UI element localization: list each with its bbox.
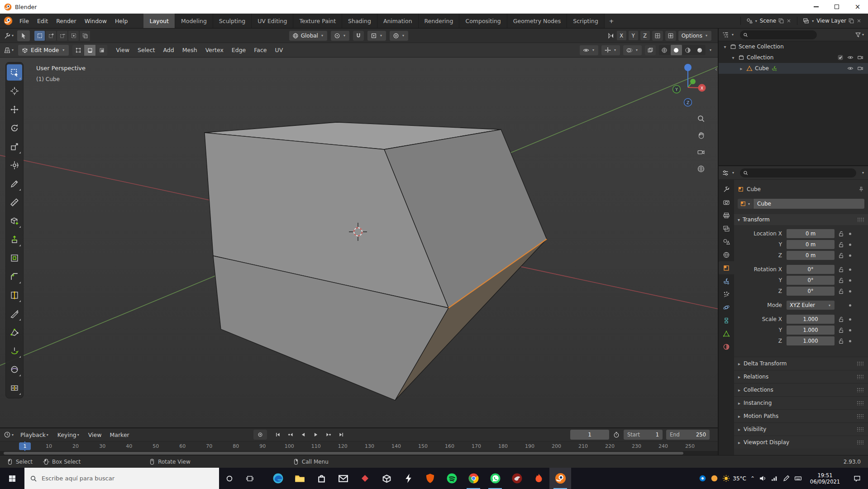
tab-geometry-nodes[interactable]: Geometry Nodes	[507, 14, 567, 28]
section-grip[interactable]	[857, 414, 864, 418]
section-grip[interactable]	[857, 374, 864, 379]
section-instancing[interactable]: ▸Instancing	[734, 396, 868, 409]
snap-grid-button[interactable]	[652, 31, 663, 41]
keyframe-dot[interactable]	[849, 340, 851, 342]
section-motion-paths[interactable]: ▸Motion Paths	[734, 409, 868, 422]
section-collections[interactable]: ▸Collections	[734, 383, 868, 396]
keyboard-icon[interactable]	[794, 475, 802, 482]
taskbar-red-bird-app[interactable]	[506, 468, 528, 489]
tool-cursor[interactable]	[7, 83, 22, 99]
keyframe-dot[interactable]	[849, 304, 851, 307]
properties-search-input[interactable]	[750, 170, 853, 176]
lock-icon[interactable]	[838, 277, 844, 284]
keyframe-dot[interactable]	[849, 233, 851, 235]
current-frame-field[interactable]: 1	[570, 430, 609, 440]
tool-editor-icon[interactable]	[4, 32, 11, 39]
transform-panel-header[interactable]: ▾ Transform	[734, 214, 868, 225]
pan-button[interactable]	[695, 129, 707, 141]
tab-texture-paint[interactable]: Texture Paint	[293, 14, 342, 28]
cortana-button[interactable]	[219, 468, 239, 489]
pivot-dropdown[interactable]: ▾	[331, 31, 349, 41]
menu-window[interactable]: Window	[81, 14, 111, 28]
tool-rotate[interactable]	[7, 120, 22, 136]
disclosure-arrow[interactable]: ▾	[730, 55, 736, 60]
tool-scale[interactable]	[7, 139, 22, 155]
tool-bevel[interactable]	[7, 268, 22, 285]
number-field[interactable]: 0 m	[787, 229, 835, 238]
keyframe-dot[interactable]	[849, 268, 851, 271]
properties-tab-particles[interactable]	[719, 288, 734, 301]
select-invert-button[interactable]	[68, 31, 79, 41]
tool-measure[interactable]	[7, 194, 22, 211]
shading-rendered-button[interactable]	[694, 45, 706, 55]
lock-icon[interactable]	[838, 316, 844, 323]
play-button[interactable]	[310, 430, 321, 440]
section-grip[interactable]	[857, 361, 864, 366]
timeline-scrollbar[interactable]	[0, 451, 718, 455]
options-dropdown[interactable]: Options▾	[678, 31, 711, 41]
viewport-menu-mesh[interactable]: Mesh	[178, 43, 201, 57]
edge-select-button[interactable]	[84, 45, 95, 56]
close-button[interactable]: ×	[847, 0, 868, 14]
tool-annotate[interactable]	[7, 176, 22, 192]
overlays-dropdown[interactable]: ▾	[623, 45, 642, 55]
section-delta-transform[interactable]: ▸Delta Transform	[734, 357, 868, 370]
shading-material-button[interactable]	[682, 45, 694, 55]
tab-modeling[interactable]: Modeling	[175, 14, 213, 28]
section-grip[interactable]	[857, 427, 864, 431]
viewport-editor-icon[interactable]	[4, 47, 11, 54]
properties-tab-physics[interactable]	[719, 301, 734, 314]
lock-icon[interactable]	[838, 241, 844, 248]
properties-tab-render[interactable]	[719, 196, 734, 209]
timeline-menu-marker[interactable]: Marker	[106, 428, 134, 441]
taskbar-search[interactable]: Escribe aquí para buscar	[24, 468, 219, 489]
timeline-ruler[interactable]: 1 10203040506070809010011012013014015016…	[0, 441, 718, 451]
taskbar-whatsapp[interactable]	[484, 468, 506, 489]
pin-icon[interactable]	[858, 186, 864, 192]
network-icon[interactable]	[771, 475, 778, 482]
taskbar-mail[interactable]	[332, 468, 354, 489]
properties-search[interactable]	[740, 168, 856, 177]
lock-icon[interactable]	[838, 327, 844, 334]
tool-extrude-region[interactable]	[7, 231, 22, 248]
tool-knife[interactable]	[7, 306, 22, 322]
navigation-gizmo[interactable]: X Y Z	[666, 61, 711, 111]
number-field[interactable]: 0 m	[787, 251, 835, 260]
active-tool-button[interactable]	[17, 30, 30, 41]
select-subtract-button[interactable]	[57, 31, 67, 41]
taskbar-shield-app[interactable]	[419, 468, 441, 489]
viewport-menu-add[interactable]: Add	[159, 43, 178, 57]
viewport-menu-face[interactable]: Face	[250, 43, 271, 57]
eye-icon[interactable]	[847, 54, 854, 61]
minimize-button[interactable]	[806, 0, 826, 14]
taskbar-edge[interactable]	[267, 468, 289, 489]
number-field[interactable]: 0°	[787, 276, 835, 285]
outliner-item-scene-collection[interactable]: ▾Scene Collection	[719, 41, 868, 52]
keyframe-dot[interactable]	[849, 318, 851, 321]
menu-help[interactable]: Help	[111, 14, 132, 28]
keyframe-dot[interactable]	[849, 279, 851, 282]
viewport-menu-edge[interactable]: Edge	[228, 43, 250, 57]
keyframe-dot[interactable]	[849, 244, 851, 246]
play-reverse-button[interactable]	[298, 430, 309, 440]
viewport-menu-uv[interactable]: UV	[271, 43, 287, 57]
shading-wireframe-button[interactable]	[659, 45, 670, 55]
properties-options-arrow[interactable]: ▾	[862, 171, 864, 175]
menu-render[interactable]: Render	[52, 14, 81, 28]
lock-icon[interactable]	[838, 266, 844, 273]
section-viewport-display[interactable]: ▸Viewport Display	[734, 436, 868, 449]
timeline-menu-playback[interactable]: Playback ▾	[16, 428, 53, 441]
vertex-select-button[interactable]	[72, 45, 84, 56]
blender-menu-icon[interactable]	[4, 16, 13, 25]
taskbar-explorer[interactable]	[289, 468, 310, 489]
keyframe-dot[interactable]	[849, 329, 851, 331]
taskbar-blender[interactable]	[549, 468, 571, 489]
outliner-editor-icon[interactable]	[722, 31, 729, 38]
add-workspace-button[interactable]: +	[605, 14, 618, 28]
start-button[interactable]	[0, 468, 24, 489]
outliner-item-cube[interactable]: ▸Cube	[719, 63, 868, 74]
number-field[interactable]: 0°	[787, 265, 835, 274]
properties-tab-object[interactable]	[719, 261, 734, 274]
tool-inset-faces[interactable]	[7, 250, 22, 266]
select-extend-button[interactable]	[46, 31, 56, 41]
